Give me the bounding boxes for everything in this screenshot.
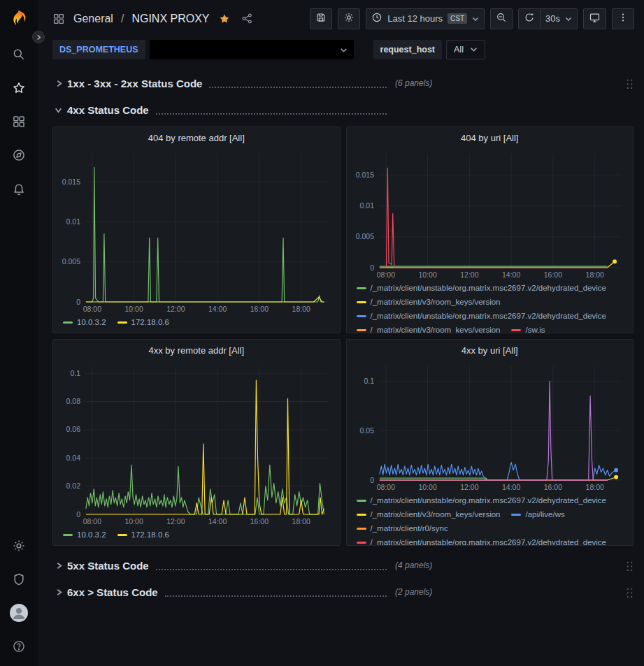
sidebar-expand-button[interactable] — [32, 31, 45, 43]
svg-text:18:00: 18:00 — [585, 483, 603, 491]
refresh-button[interactable] — [518, 8, 541, 29]
sidebar-item-alerting[interactable] — [0, 172, 38, 205]
legend-item[interactable]: 172.18.0.6 — [117, 528, 169, 542]
sidebar-item-profile[interactable] — [0, 596, 38, 630]
svg-text:0.01: 0.01 — [359, 201, 374, 210]
timezone-badge: CST — [448, 13, 467, 24]
refresh-group: 30s — [518, 8, 578, 29]
legend-marker-icon — [357, 514, 366, 516]
chart-404-by-uri[interactable]: 08:0010:0012:0014:0016:0018:0000.0050.01… — [351, 148, 629, 280]
panel-title[interactable]: 4xx by uri [All] — [347, 340, 634, 361]
svg-text:18:00: 18:00 — [292, 517, 310, 526]
time-range-picker[interactable]: Last 12 hours CST — [366, 8, 485, 29]
panel-404-by-uri: 404 by uri [All] 08:0010:0012:0014:0016:… — [346, 126, 634, 333]
more-options-kebab-button[interactable] — [612, 8, 634, 29]
tv-mode-button[interactable] — [583, 8, 606, 29]
request-host-value-dropdown[interactable]: All — [446, 40, 485, 59]
legend-item[interactable]: /api/live/ws — [511, 507, 564, 521]
legend-item[interactable]: /_matrix/client/r0/sync — [357, 521, 448, 535]
legend-marker-icon — [511, 329, 521, 331]
sidebar-bottom-group — [0, 529, 38, 663]
breadcrumb-dashboard-title[interactable]: NGINX PROXY — [131, 13, 209, 25]
svg-text:10:00: 10:00 — [418, 483, 436, 491]
svg-text:0.005: 0.005 — [355, 232, 373, 240]
sidebar-item-configuration[interactable] — [0, 529, 38, 563]
apps-grid-icon[interactable] — [50, 13, 67, 25]
zoom-out-icon — [496, 12, 507, 25]
svg-text:08:00: 08:00 — [83, 305, 101, 313]
svg-text:12:00: 12:00 — [460, 270, 478, 279]
legend-item[interactable]: /_matrix/client/unstable/org.matrix.msc2… — [357, 281, 607, 295]
legend-label: 10.0.3.2 — [77, 528, 106, 542]
panel-4xx-by-uri: 4xx by uri [All] 08:0010:0012:0014:0016:… — [346, 339, 634, 546]
sidebar-item-server-admin[interactable] — [0, 563, 38, 596]
chevron-down-icon — [52, 103, 65, 116]
sidebar-item-search[interactable] — [0, 38, 38, 71]
legend-item[interactable]: /_matrix/client/v3/room_keys/version — [357, 323, 501, 333]
svg-text:12:00: 12:00 — [460, 483, 478, 491]
legend-item[interactable]: /_matrix/client/v3/room_keys/version — [357, 295, 501, 309]
legend-item[interactable]: 10.0.3.2 — [63, 528, 106, 542]
row-panel-count: (2 panels) — [395, 587, 432, 597]
legend-item[interactable]: 10.0.3.2 — [63, 315, 106, 329]
svg-text:12:00: 12:00 — [166, 517, 185, 526]
chevron-down-icon — [470, 45, 478, 55]
svg-text:10:00: 10:00 — [124, 517, 143, 526]
datasource-value-dropdown[interactable] — [150, 40, 354, 59]
legend-label: /_matrix/client/r0/sync — [371, 521, 448, 535]
sidebar-item-help[interactable] — [0, 630, 38, 663]
svg-text:14:00: 14:00 — [208, 305, 227, 313]
row-header-1xx-3xx-2xx[interactable]: 1xx - 3xx - 2xx Status Code (6 panels) — [52, 73, 634, 93]
row-header-5xx[interactable]: 5xx Status Code (4 panels) — [52, 556, 634, 575]
avatar — [10, 604, 28, 622]
svg-text:0.04: 0.04 — [66, 454, 81, 462]
row-header-6xx[interactable]: 6xx > Status Code (2 panels) — [52, 582, 634, 602]
row-title: 5xx Status Code — [67, 560, 149, 572]
share-icon[interactable] — [239, 13, 255, 24]
legend-item[interactable]: 172.18.0.6 — [117, 315, 169, 329]
svg-text:0: 0 — [370, 263, 374, 272]
chevron-down-icon — [565, 13, 572, 24]
legend-item[interactable]: /_matrix/client/v3/room_keys/version — [357, 507, 501, 521]
legend-item[interactable]: /_matrix/client/unstable/org.matrix.msc2… — [357, 309, 607, 323]
svg-text:08:00: 08:00 — [376, 483, 394, 491]
breadcrumb-section[interactable]: General — [73, 13, 113, 25]
svg-text:0.005: 0.005 — [62, 257, 80, 266]
legend-marker-icon — [357, 329, 366, 331]
dashboard-settings-button[interactable] — [338, 8, 360, 29]
panel-title[interactable]: 404 by remote addr [All] — [53, 127, 340, 148]
legend-label: /_matrix/client/unstable/org.matrix.msc2… — [371, 281, 607, 295]
grafana-logo-icon[interactable] — [0, 0, 38, 38]
zoom-out-button[interactable] — [490, 8, 513, 29]
legend-label: /_matrix/client/unstable/org.matrix.msc2… — [371, 493, 607, 507]
svg-text:16:00: 16:00 — [250, 517, 269, 526]
panel-title[interactable]: 4xx by remote addr [All] — [53, 340, 340, 361]
sidebar-item-starred[interactable] — [0, 71, 38, 105]
chart-4xx-by-remote-addr[interactable]: 08:0010:0012:0014:0016:0018:0000.020.040… — [57, 361, 336, 526]
svg-text:0.02: 0.02 — [66, 482, 81, 490]
sidebar-item-dashboards[interactable] — [0, 105, 38, 138]
row-panel-count: (4 panels) — [395, 560, 432, 570]
svg-text:0.015: 0.015 — [355, 171, 373, 179]
legend-item[interactable]: /_matrix/client/unstable/org.matrix.msc2… — [357, 493, 607, 507]
row-header-4xx[interactable]: 4xx Status Code — [52, 100, 634, 120]
drag-handle-icon[interactable] — [626, 560, 634, 572]
drag-handle-icon[interactable] — [626, 586, 634, 598]
chevron-down-icon — [472, 13, 479, 24]
legend-label: /_matrix/client/v3/room_keys/version — [371, 323, 501, 333]
request-host-value: All — [454, 45, 464, 55]
sidebar-item-explore[interactable] — [0, 138, 38, 172]
legend-marker-icon — [357, 500, 366, 502]
legend-item[interactable]: /sw.js — [511, 323, 545, 333]
clock-icon — [371, 12, 382, 25]
save-dashboard-button[interactable] — [310, 8, 332, 29]
svg-text:0.08: 0.08 — [66, 397, 81, 405]
drag-handle-icon[interactable] — [626, 78, 634, 89]
chart-4xx-by-uri[interactable]: 08:0010:0012:0014:0016:0018:0000.050.1 — [351, 361, 629, 492]
legend-item[interactable]: /_matrix/client/unstable/org.matrix.msc2… — [357, 535, 607, 545]
favorite-star-icon[interactable] — [216, 13, 233, 25]
panel-title[interactable]: 404 by uri [All] — [347, 127, 634, 148]
chart-404-by-remote-addr[interactable]: 08:0010:0012:0014:0016:0018:0000.0050.01… — [57, 148, 336, 314]
panel-4xx-by-remote-addr: 4xx by remote addr [All] 08:0010:0012:00… — [52, 339, 341, 546]
refresh-interval-dropdown[interactable]: 30s — [541, 8, 578, 29]
